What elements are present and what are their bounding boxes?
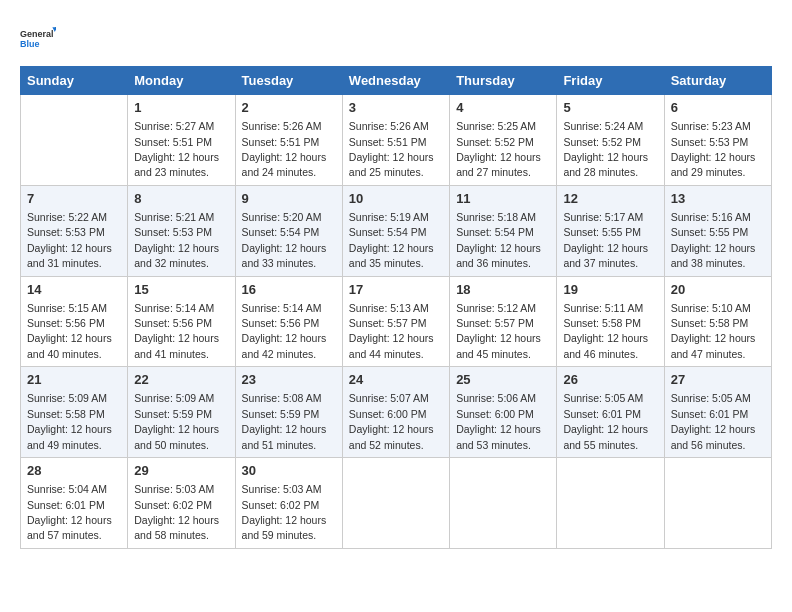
day-number: 3	[349, 99, 443, 117]
day-info: Sunrise: 5:14 AMSunset: 5:56 PMDaylight:…	[134, 302, 219, 360]
day-number: 16	[242, 281, 336, 299]
day-number: 9	[242, 190, 336, 208]
calendar-cell: 17Sunrise: 5:13 AMSunset: 5:57 PMDayligh…	[342, 276, 449, 367]
calendar-cell: 10Sunrise: 5:19 AMSunset: 5:54 PMDayligh…	[342, 185, 449, 276]
day-info: Sunrise: 5:03 AMSunset: 6:02 PMDaylight:…	[242, 483, 327, 541]
calendar-cell: 29Sunrise: 5:03 AMSunset: 6:02 PMDayligh…	[128, 458, 235, 549]
day-info: Sunrise: 5:14 AMSunset: 5:56 PMDaylight:…	[242, 302, 327, 360]
day-number: 13	[671, 190, 765, 208]
day-number: 12	[563, 190, 657, 208]
day-info: Sunrise: 5:24 AMSunset: 5:52 PMDaylight:…	[563, 120, 648, 178]
logo-icon: General Blue	[20, 20, 56, 56]
day-info: Sunrise: 5:13 AMSunset: 5:57 PMDaylight:…	[349, 302, 434, 360]
calendar-cell: 3Sunrise: 5:26 AMSunset: 5:51 PMDaylight…	[342, 95, 449, 186]
day-info: Sunrise: 5:21 AMSunset: 5:53 PMDaylight:…	[134, 211, 219, 269]
day-number: 20	[671, 281, 765, 299]
day-number: 24	[349, 371, 443, 389]
day-number: 29	[134, 462, 228, 480]
col-header-friday: Friday	[557, 67, 664, 95]
day-info: Sunrise: 5:18 AMSunset: 5:54 PMDaylight:…	[456, 211, 541, 269]
calendar-cell: 15Sunrise: 5:14 AMSunset: 5:56 PMDayligh…	[128, 276, 235, 367]
day-info: Sunrise: 5:19 AMSunset: 5:54 PMDaylight:…	[349, 211, 434, 269]
week-row: 1Sunrise: 5:27 AMSunset: 5:51 PMDaylight…	[21, 95, 772, 186]
week-row: 28Sunrise: 5:04 AMSunset: 6:01 PMDayligh…	[21, 458, 772, 549]
calendar-cell: 20Sunrise: 5:10 AMSunset: 5:58 PMDayligh…	[664, 276, 771, 367]
day-number: 27	[671, 371, 765, 389]
calendar-cell: 16Sunrise: 5:14 AMSunset: 5:56 PMDayligh…	[235, 276, 342, 367]
day-number: 26	[563, 371, 657, 389]
day-info: Sunrise: 5:06 AMSunset: 6:00 PMDaylight:…	[456, 392, 541, 450]
day-info: Sunrise: 5:26 AMSunset: 5:51 PMDaylight:…	[242, 120, 327, 178]
day-number: 15	[134, 281, 228, 299]
calendar-cell: 13Sunrise: 5:16 AMSunset: 5:55 PMDayligh…	[664, 185, 771, 276]
header-row: SundayMondayTuesdayWednesdayThursdayFrid…	[21, 67, 772, 95]
calendar-cell: 2Sunrise: 5:26 AMSunset: 5:51 PMDaylight…	[235, 95, 342, 186]
col-header-saturday: Saturday	[664, 67, 771, 95]
day-number: 4	[456, 99, 550, 117]
day-number: 25	[456, 371, 550, 389]
calendar-cell: 28Sunrise: 5:04 AMSunset: 6:01 PMDayligh…	[21, 458, 128, 549]
calendar-cell	[342, 458, 449, 549]
calendar-cell: 5Sunrise: 5:24 AMSunset: 5:52 PMDaylight…	[557, 95, 664, 186]
calendar-cell: 27Sunrise: 5:05 AMSunset: 6:01 PMDayligh…	[664, 367, 771, 458]
week-row: 21Sunrise: 5:09 AMSunset: 5:58 PMDayligh…	[21, 367, 772, 458]
day-info: Sunrise: 5:26 AMSunset: 5:51 PMDaylight:…	[349, 120, 434, 178]
header: General Blue	[20, 20, 772, 56]
svg-text:General: General	[20, 29, 54, 39]
day-number: 6	[671, 99, 765, 117]
day-info: Sunrise: 5:09 AMSunset: 5:58 PMDaylight:…	[27, 392, 112, 450]
day-info: Sunrise: 5:08 AMSunset: 5:59 PMDaylight:…	[242, 392, 327, 450]
day-info: Sunrise: 5:17 AMSunset: 5:55 PMDaylight:…	[563, 211, 648, 269]
calendar-cell: 8Sunrise: 5:21 AMSunset: 5:53 PMDaylight…	[128, 185, 235, 276]
calendar-cell: 11Sunrise: 5:18 AMSunset: 5:54 PMDayligh…	[450, 185, 557, 276]
calendar-cell: 22Sunrise: 5:09 AMSunset: 5:59 PMDayligh…	[128, 367, 235, 458]
day-info: Sunrise: 5:09 AMSunset: 5:59 PMDaylight:…	[134, 392, 219, 450]
day-info: Sunrise: 5:04 AMSunset: 6:01 PMDaylight:…	[27, 483, 112, 541]
day-info: Sunrise: 5:20 AMSunset: 5:54 PMDaylight:…	[242, 211, 327, 269]
day-info: Sunrise: 5:10 AMSunset: 5:58 PMDaylight:…	[671, 302, 756, 360]
col-header-monday: Monday	[128, 67, 235, 95]
day-number: 8	[134, 190, 228, 208]
calendar-cell	[21, 95, 128, 186]
day-number: 23	[242, 371, 336, 389]
calendar-cell: 21Sunrise: 5:09 AMSunset: 5:58 PMDayligh…	[21, 367, 128, 458]
calendar-cell: 24Sunrise: 5:07 AMSunset: 6:00 PMDayligh…	[342, 367, 449, 458]
day-info: Sunrise: 5:12 AMSunset: 5:57 PMDaylight:…	[456, 302, 541, 360]
calendar-cell: 4Sunrise: 5:25 AMSunset: 5:52 PMDaylight…	[450, 95, 557, 186]
day-number: 1	[134, 99, 228, 117]
calendar-cell	[557, 458, 664, 549]
col-header-tuesday: Tuesday	[235, 67, 342, 95]
calendar-cell: 7Sunrise: 5:22 AMSunset: 5:53 PMDaylight…	[21, 185, 128, 276]
day-number: 7	[27, 190, 121, 208]
day-info: Sunrise: 5:25 AMSunset: 5:52 PMDaylight:…	[456, 120, 541, 178]
day-number: 30	[242, 462, 336, 480]
day-info: Sunrise: 5:07 AMSunset: 6:00 PMDaylight:…	[349, 392, 434, 450]
calendar-cell: 6Sunrise: 5:23 AMSunset: 5:53 PMDaylight…	[664, 95, 771, 186]
day-info: Sunrise: 5:11 AMSunset: 5:58 PMDaylight:…	[563, 302, 648, 360]
calendar-cell	[664, 458, 771, 549]
calendar-cell: 25Sunrise: 5:06 AMSunset: 6:00 PMDayligh…	[450, 367, 557, 458]
day-number: 5	[563, 99, 657, 117]
day-number: 17	[349, 281, 443, 299]
day-info: Sunrise: 5:27 AMSunset: 5:51 PMDaylight:…	[134, 120, 219, 178]
day-info: Sunrise: 5:23 AMSunset: 5:53 PMDaylight:…	[671, 120, 756, 178]
calendar-cell: 9Sunrise: 5:20 AMSunset: 5:54 PMDaylight…	[235, 185, 342, 276]
calendar-cell: 1Sunrise: 5:27 AMSunset: 5:51 PMDaylight…	[128, 95, 235, 186]
col-header-wednesday: Wednesday	[342, 67, 449, 95]
calendar-cell: 14Sunrise: 5:15 AMSunset: 5:56 PMDayligh…	[21, 276, 128, 367]
day-info: Sunrise: 5:05 AMSunset: 6:01 PMDaylight:…	[563, 392, 648, 450]
week-row: 14Sunrise: 5:15 AMSunset: 5:56 PMDayligh…	[21, 276, 772, 367]
calendar-cell: 19Sunrise: 5:11 AMSunset: 5:58 PMDayligh…	[557, 276, 664, 367]
logo: General Blue	[20, 20, 56, 56]
day-number: 21	[27, 371, 121, 389]
day-number: 2	[242, 99, 336, 117]
day-number: 22	[134, 371, 228, 389]
calendar-cell: 18Sunrise: 5:12 AMSunset: 5:57 PMDayligh…	[450, 276, 557, 367]
calendar-cell: 30Sunrise: 5:03 AMSunset: 6:02 PMDayligh…	[235, 458, 342, 549]
day-info: Sunrise: 5:03 AMSunset: 6:02 PMDaylight:…	[134, 483, 219, 541]
calendar-cell: 23Sunrise: 5:08 AMSunset: 5:59 PMDayligh…	[235, 367, 342, 458]
calendar-table: SundayMondayTuesdayWednesdayThursdayFrid…	[20, 66, 772, 549]
day-number: 28	[27, 462, 121, 480]
svg-text:Blue: Blue	[20, 39, 40, 49]
col-header-sunday: Sunday	[21, 67, 128, 95]
